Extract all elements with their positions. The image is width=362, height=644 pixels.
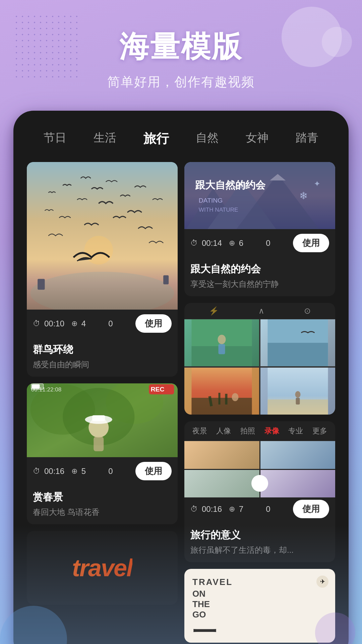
travel-meaning-desc: 旅行虽解不了生活的毒，却... xyxy=(190,545,329,555)
svg-rect-40 xyxy=(225,394,228,405)
spring-card: REC 00:11:22:08 00:16 5 0 使用 xyxy=(27,383,178,524)
svg-point-2 xyxy=(84,236,113,265)
sub-title: 简单好用，创作有趣视频 xyxy=(20,73,342,91)
main-title: 海量模版 xyxy=(20,27,342,67)
nature-layers: 6 xyxy=(239,238,262,248)
svg-point-32 xyxy=(218,335,226,344)
svg-text:DATING: DATING xyxy=(199,197,223,204)
header-area: 海量模版 简单好用，创作有趣视频 xyxy=(0,0,362,111)
spring-layers: 5 xyxy=(81,467,105,476)
svg-rect-33 xyxy=(219,344,225,354)
nature-card-desc: 享受这一刻大自然的宁静 xyxy=(190,279,329,289)
nature-thumbnail: 跟大自然的约会 DATING WITH NATURE ❄ ✦ xyxy=(184,162,335,229)
nature-duration: 00:14 xyxy=(202,238,225,248)
birds-duration: 00:10 xyxy=(44,319,67,328)
travel-book-card: ✈ TRAVEL ON THE GO 一 场 xyxy=(184,569,335,643)
svg-rect-37 xyxy=(192,398,252,415)
svg-text:❄: ❄ xyxy=(299,190,308,201)
spring-card-info: 赏春景 春回大地 鸟语花香 xyxy=(27,485,178,524)
layer-icon-2 xyxy=(71,467,77,476)
travel-meaning-card: 夜景 人像 拍照 录像 专业 更多 xyxy=(184,421,335,562)
spring-thumbnail: REC 00:11:22:08 xyxy=(27,383,178,457)
svg-text:✦: ✦ xyxy=(314,179,320,188)
nature-clips: 0 xyxy=(266,238,289,248)
nature-card-info: 跟大自然的约会 享受这一刻大自然的宁静 xyxy=(184,257,335,296)
right-column: 跟大自然的约会 DATING WITH NATURE ❄ ✦ 00:14 6 0 xyxy=(184,162,335,643)
tab-nature[interactable]: 自然 xyxy=(192,127,223,150)
travel-collage: 夜景 人像 拍照 录像 专业 更多 xyxy=(184,421,335,495)
travel-meaning-meta: 00:16 7 0 使用 xyxy=(184,495,335,523)
svg-point-41 xyxy=(232,393,239,401)
travel-book-line1: TRAVEL xyxy=(192,577,327,587)
mini-photo-4 xyxy=(260,368,335,415)
travel-clips: 0 xyxy=(266,504,289,514)
spring-svg: REC 00:11:22:08 xyxy=(27,383,178,457)
clock-icon-2 xyxy=(33,467,40,476)
birds-card: 00:10 4 0 使用 群鸟环绕 感受自由的瞬间 xyxy=(27,162,178,377)
nature-meet-card: 跟大自然的约会 DATING WITH NATURE ❄ ✦ 00:14 6 0 xyxy=(184,162,335,296)
tab-travel[interactable]: 旅行 xyxy=(139,127,173,150)
mode-video: 录像 xyxy=(264,426,279,436)
birds-card-desc: 感受自由的瞬间 xyxy=(33,359,172,370)
tabs-row: 节日 生活 旅行 自然 女神 踏青 xyxy=(27,127,335,150)
layer-icon-4 xyxy=(229,505,235,514)
svg-rect-39 xyxy=(219,393,221,405)
birds-clips: 0 xyxy=(108,319,131,328)
svg-text:跟大自然的约会: 跟大自然的约会 xyxy=(195,179,266,191)
nature-svg: 跟大自然的约会 DATING WITH NATURE ❄ ✦ xyxy=(184,162,335,229)
mini-photo-3 xyxy=(184,368,259,415)
spring-use-button[interactable]: 使用 xyxy=(135,462,172,480)
mini-photo-2 xyxy=(260,319,335,366)
travel-layers: 7 xyxy=(239,504,262,514)
nature-card-meta: 00:14 6 0 使用 xyxy=(184,229,335,257)
phone-container: 节日 生活 旅行 自然 女神 踏青 xyxy=(13,111,349,644)
birds-card-title: 群鸟环绕 xyxy=(33,343,172,357)
mini-grid-card: ⚡ ∧ ⊙ xyxy=(184,303,335,415)
travel-book-char1: 一 xyxy=(192,620,327,643)
svg-rect-24 xyxy=(184,162,335,229)
travel-meaning-info: 旅行的意义 旅行虽解不了生活的毒，却... xyxy=(184,523,335,562)
svg-text:WITH NATURE: WITH NATURE xyxy=(199,206,238,213)
svg-rect-35 xyxy=(268,343,328,366)
birds-thumbnail xyxy=(27,162,178,310)
svg-rect-11 xyxy=(92,415,105,421)
mode-portrait: 人像 xyxy=(216,426,231,436)
content-grid: 00:10 4 0 使用 群鸟环绕 感受自由的瞬间 xyxy=(27,162,335,643)
svg-rect-3 xyxy=(38,279,45,290)
spring-clips: 0 xyxy=(108,467,131,476)
mode-photo: 拍照 xyxy=(240,426,255,436)
spring-duration: 00:16 xyxy=(44,467,67,476)
tab-life[interactable]: 生活 xyxy=(89,127,120,150)
nature-use-button[interactable]: 使用 xyxy=(293,234,329,252)
svg-rect-17 xyxy=(32,384,40,389)
spring-card-meta: 00:16 5 0 使用 xyxy=(27,457,178,485)
nature-card-title: 跟大自然的约会 xyxy=(190,262,329,276)
spring-card-title: 赏春景 xyxy=(33,490,172,504)
camera-modes-row: 夜景 人像 拍照 录像 专业 更多 xyxy=(184,421,335,441)
mode-night: 夜景 xyxy=(192,426,207,436)
tab-goddess[interactable]: 女神 xyxy=(242,127,273,150)
mini-photo-grid xyxy=(184,319,335,415)
birds-use-button[interactable]: 使用 xyxy=(135,314,172,333)
mode-pro: 专业 xyxy=(288,426,303,436)
tab-holiday[interactable]: 节日 xyxy=(40,127,70,150)
svg-point-44 xyxy=(295,391,301,398)
layer-icon xyxy=(71,319,77,328)
tab-outing[interactable]: 踏青 xyxy=(292,127,322,150)
svg-rect-12 xyxy=(94,437,104,451)
travel-text-card: travel xyxy=(27,531,178,605)
travel-text: travel xyxy=(72,554,132,582)
clock-icon xyxy=(33,319,40,328)
travel-meaning-title: 旅行的意义 xyxy=(190,528,329,542)
travel-duration: 00:16 xyxy=(202,504,225,514)
mode-more: 更多 xyxy=(312,426,327,436)
clock-icon-4 xyxy=(190,505,198,514)
left-column: 00:10 4 0 使用 群鸟环绕 感受自由的瞬间 xyxy=(27,162,178,643)
plane-icon: ✈ xyxy=(316,576,328,588)
mini-photo-1 xyxy=(184,319,259,366)
travel-use-button[interactable]: 使用 xyxy=(293,500,329,518)
clock-icon-3 xyxy=(190,239,198,248)
birds-card-meta: 00:10 4 0 使用 xyxy=(27,310,178,337)
birds-card-info: 群鸟环绕 感受自由的瞬间 xyxy=(27,337,178,377)
svg-text:REC: REC xyxy=(151,386,165,393)
